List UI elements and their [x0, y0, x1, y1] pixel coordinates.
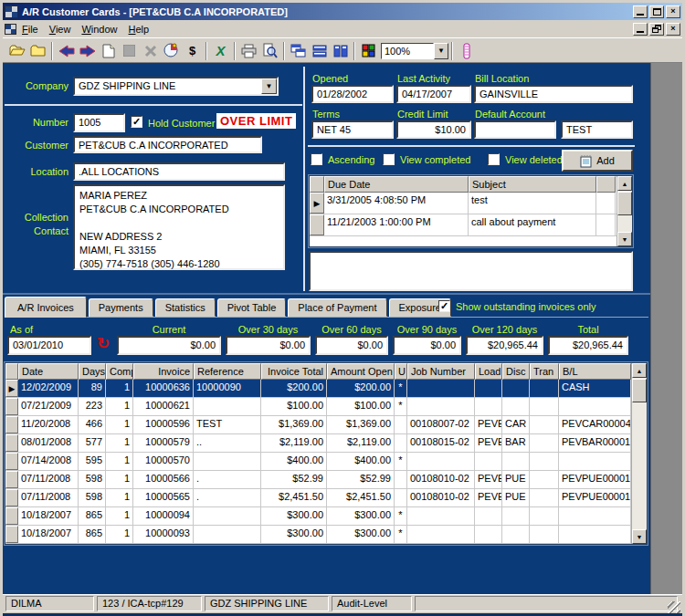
menu-file[interactable]: File [16, 22, 44, 37]
table-row[interactable]: 10/18/2007865110000093$300.00$300.00* [5, 526, 631, 544]
column-header-due-date[interactable]: Due Date [324, 176, 469, 193]
company-combobox[interactable]: GDZ SHIPPING LINE ▼ [73, 77, 279, 96]
aging-over60-link[interactable]: Over 60 days [315, 324, 388, 335]
minimize-button[interactable] [633, 5, 648, 18]
row-selector[interactable] [310, 214, 324, 235]
number-field[interactable]: 1005 [73, 113, 125, 132]
ruler-tool-button[interactable] [456, 41, 477, 61]
previous-record-button[interactable] [56, 41, 77, 61]
menu-help[interactable]: Help [123, 22, 155, 37]
close-button[interactable]: × [666, 5, 680, 18]
column-header-subject[interactable]: Subject [469, 176, 596, 193]
row-selector[interactable] [5, 507, 18, 525]
mdi-close-button[interactable]: × [666, 23, 680, 36]
row-selector[interactable] [5, 526, 18, 543]
tile-vertical-button[interactable] [330, 41, 351, 61]
add-note-button[interactable]: Add [562, 150, 633, 172]
credit-limit-field[interactable]: $10.00 [396, 120, 471, 139]
open-button[interactable] [6, 41, 27, 61]
scrollbar-thumb[interactable] [632, 379, 647, 402]
table-row[interactable]: 08/01/2008577110000579..$2,119.00$2,119.… [5, 434, 631, 453]
combo-dropdown-arrow-icon[interactable]: ▼ [261, 78, 277, 94]
resize-grip[interactable] [668, 601, 680, 614]
tab-pivot-table[interactable]: Pivot Table [217, 298, 287, 317]
customer-field[interactable]: PET&CUB C.A INCORPORATED [73, 136, 262, 153]
view-deleted-checkbox[interactable] [488, 153, 500, 165]
aging-current-link[interactable]: Current [117, 324, 221, 335]
aging-over120-link[interactable]: Over 120 days [466, 324, 543, 335]
new-record-button[interactable] [98, 41, 119, 61]
tab-statistics[interactable]: Statistics [155, 298, 216, 317]
column-header-date[interactable]: Date [18, 363, 79, 380]
print-preview-button[interactable] [259, 41, 280, 61]
zoom-dropdown-arrow-icon[interactable]: ▼ [434, 43, 448, 59]
currency-button[interactable]: $ [182, 41, 203, 61]
refresh-aging-icon[interactable]: ↻ [97, 335, 110, 353]
cascade-windows-button[interactable] [288, 41, 309, 61]
export-excel-button[interactable]: X [210, 41, 231, 61]
column-header-tran[interactable]: Tran [530, 363, 559, 380]
tab-place-of-payment[interactable]: Place of Payment [288, 298, 386, 317]
table-row[interactable]: ▶12/02/20098911000063610000090$200.00$20… [5, 380, 631, 398]
folder-button[interactable] [27, 41, 48, 61]
maximize-button[interactable] [649, 5, 664, 18]
column-header-days[interactable]: Days [79, 363, 106, 380]
row-selector[interactable] [5, 471, 18, 488]
row-selector[interactable] [5, 453, 18, 470]
table-row[interactable]: 07/11/2008598110000565.$2,451.50$2,451.5… [5, 489, 631, 507]
scroll-down-icon[interactable]: ▼ [632, 529, 647, 544]
table-row[interactable]: 07/21/2009223110000621$100.00$100.00* [5, 398, 631, 416]
scrollbar-thumb[interactable] [617, 192, 632, 215]
print-button[interactable] [238, 41, 259, 61]
note-detail-field[interactable] [309, 251, 633, 291]
tab-ar-invoices[interactable]: A/R Invoices [5, 297, 87, 318]
column-header-amount-open[interactable]: Amount Open [327, 363, 395, 380]
table-row[interactable]: 07/11/2008598110000566.$52.99$52.9900108… [5, 471, 631, 489]
notes-vertical-scrollbar[interactable]: ▲ ▼ [616, 176, 632, 246]
as-of-date-field[interactable]: 03/01/2010 [7, 336, 91, 355]
default-account-field-2[interactable]: TEST [561, 120, 633, 139]
ascending-checkbox[interactable] [311, 153, 322, 165]
scroll-up-icon[interactable]: ▲ [632, 363, 647, 378]
row-selector[interactable] [5, 489, 18, 506]
row-selected-arrow-icon[interactable]: ▶ [310, 193, 324, 214]
column-header-load[interactable]: Load [475, 363, 502, 380]
delete-button[interactable] [140, 41, 161, 61]
scroll-down-icon[interactable]: ▼ [617, 232, 632, 246]
column-header-disc[interactable]: Disc [502, 363, 530, 380]
location-field[interactable]: .ALL LOCATIONS [73, 162, 285, 181]
hold-customer-checkbox[interactable]: ✓ [131, 116, 142, 128]
table-row[interactable]: 11/21/2003 1:00:00 PMcall about payment [310, 214, 616, 236]
column-header-u[interactable]: U [395, 363, 407, 380]
globe-button[interactable] [161, 41, 182, 61]
column-header-invoice-total[interactable]: Invoice Total [261, 363, 327, 380]
save-button[interactable] [119, 41, 140, 61]
column-header-job-number[interactable]: Job Number [407, 363, 475, 380]
column-header-invoice[interactable]: Invoice [133, 363, 194, 380]
invoices-vertical-scrollbar[interactable]: ▲ ▼ [631, 363, 647, 544]
scroll-up-icon[interactable]: ▲ [617, 176, 632, 191]
tile-horizontal-button[interactable] [309, 41, 330, 61]
default-account-field-1[interactable] [474, 120, 556, 139]
column-header-b-l[interactable]: B/L [559, 363, 631, 380]
terms-field[interactable]: NET 45 [311, 120, 394, 139]
row-selected-arrow-icon[interactable]: ▶ [5, 380, 18, 397]
row-selector[interactable] [5, 434, 18, 452]
show-outstanding-checkbox[interactable]: ✓ [438, 300, 450, 312]
next-record-button[interactable] [77, 41, 98, 61]
zoom-combo[interactable]: 100% ▼ [381, 43, 448, 59]
view-completed-checkbox[interactable] [383, 153, 395, 165]
aging-total-link[interactable]: Total [548, 324, 628, 335]
collection-contact-field[interactable]: MARIA PEREZ PET&CUB C.A INCORPORATED NEW… [73, 184, 285, 270]
table-row[interactable]: ▶3/31/2005 4:08:50 PMtest [310, 193, 616, 214]
mdi-minimize-button[interactable] [633, 23, 648, 36]
zoom-value[interactable]: 100% [381, 43, 434, 59]
aging-over30-link[interactable]: Over 30 days [226, 324, 311, 335]
last-activity-field[interactable]: 04/17/2007 [396, 85, 471, 103]
tab-payments[interactable]: Payments [89, 298, 153, 317]
mdi-restore-button[interactable] [649, 23, 664, 36]
table-row[interactable]: 07/14/2008595110000570$400.00$400.00* [5, 453, 631, 471]
row-selector[interactable] [5, 398, 18, 415]
menu-window[interactable]: Window [76, 22, 122, 37]
menu-view[interactable]: View [44, 22, 77, 37]
